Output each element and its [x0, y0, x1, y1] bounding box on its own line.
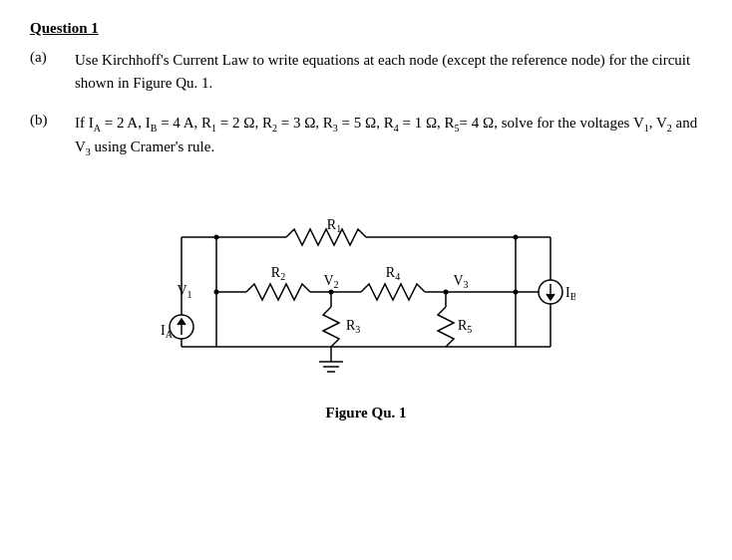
- figure-caption: Figure Qu. 1: [326, 405, 407, 421]
- v1-label: V1: [177, 283, 191, 300]
- part-b-content: If IA = 2 A, IB = 4 A, R1 = 2 Ω, R2 = 3 …: [75, 112, 702, 159]
- ib-label: IB: [565, 285, 575, 302]
- r4-label: R4: [386, 265, 400, 282]
- figure-area: R1 V1 R2 V2 R4 V3: [30, 177, 702, 421]
- v3-label: V3: [453, 273, 468, 290]
- svg-point-10: [214, 290, 219, 295]
- part-b-label: (b): [30, 112, 75, 129]
- svg-point-31: [329, 290, 334, 295]
- part-a-content: Use Kirchhoff's Current Law to write equ…: [75, 49, 702, 94]
- r3-label: R3: [346, 318, 360, 335]
- svg-point-32: [214, 235, 219, 240]
- r5-label: R5: [458, 318, 472, 335]
- svg-point-34: [514, 290, 519, 295]
- v2-label: V2: [323, 273, 338, 290]
- r2-label: R2: [271, 265, 285, 282]
- question-title: Question 1: [30, 20, 702, 37]
- r1-label: R1: [327, 217, 341, 234]
- svg-point-33: [514, 235, 519, 240]
- part-a-label: (a): [30, 49, 75, 66]
- circuit-diagram: R1 V1 R2 V2 R4 V3: [157, 177, 575, 397]
- ia-label: IA: [161, 323, 174, 340]
